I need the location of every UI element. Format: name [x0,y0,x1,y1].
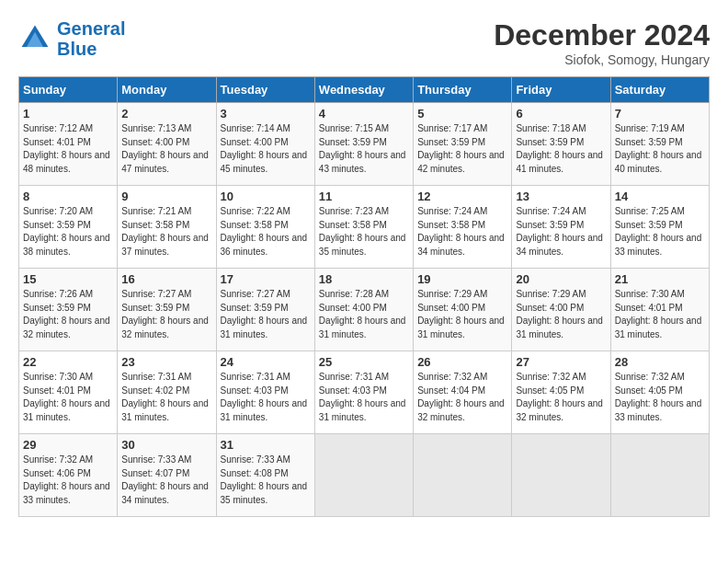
title-block: December 2024 Siofok, Somogy, Hungary [494,18,710,67]
weekday-header-thursday: Thursday [414,77,512,103]
day-number: 10 [221,190,311,203]
calendar-cell: 21Sunrise: 7:30 AMSunset: 4:01 PMDayligh… [610,269,709,351]
calendar-cell: 29Sunrise: 7:32 AMSunset: 4:06 PMDayligh… [19,434,118,517]
day-number: 15 [23,272,113,286]
day-number: 23 [121,355,211,369]
day-info: Sunrise: 7:24 AMSunset: 3:59 PMDaylight:… [516,205,606,259]
weekday-header-row: SundayMondayTuesdayWednesdayThursdayFrid… [19,77,710,103]
calendar-cell: 12Sunrise: 7:24 AMSunset: 3:58 PMDayligh… [414,186,512,269]
page-header: General Blue December 2024 Siofok, Somog… [18,18,710,67]
day-info: Sunrise: 7:13 AMSunset: 4:00 PMDaylight:… [121,122,211,176]
weekday-header-tuesday: Tuesday [216,77,314,103]
calendar-cell: 10Sunrise: 7:22 AMSunset: 3:58 PMDayligh… [216,186,314,269]
location-subtitle: Siofok, Somogy, Hungary [494,52,710,67]
day-info: Sunrise: 7:31 AMSunset: 4:03 PMDaylight:… [319,371,409,424]
logo: General Blue [18,18,125,59]
calendar-cell: 8Sunrise: 7:20 AMSunset: 3:59 PMDaylight… [19,186,118,269]
calendar-cell: 24Sunrise: 7:31 AMSunset: 4:03 PMDayligh… [216,351,314,434]
month-title: December 2024 [494,18,710,52]
calendar-cell: 5Sunrise: 7:17 AMSunset: 3:59 PMDaylight… [414,103,512,186]
day-number: 4 [319,107,409,121]
logo-icon [18,22,51,55]
day-number: 30 [121,438,211,452]
day-info: Sunrise: 7:17 AMSunset: 3:59 PMDaylight:… [417,122,507,176]
day-info: Sunrise: 7:12 AMSunset: 4:01 PMDaylight:… [23,122,113,176]
day-number: 3 [221,107,311,121]
day-number: 16 [121,272,211,286]
calendar-cell: 15Sunrise: 7:26 AMSunset: 3:59 PMDayligh… [19,269,118,351]
weekday-header-saturday: Saturday [610,77,709,103]
calendar-cell: 23Sunrise: 7:31 AMSunset: 4:02 PMDayligh… [118,351,216,434]
calendar-cell: 20Sunrise: 7:29 AMSunset: 4:00 PMDayligh… [512,269,610,351]
day-info: Sunrise: 7:33 AMSunset: 4:07 PMDaylight:… [121,454,211,507]
calendar-cell [610,434,709,517]
day-info: Sunrise: 7:29 AMSunset: 4:00 PMDaylight:… [516,288,606,341]
calendar-cell: 25Sunrise: 7:31 AMSunset: 4:03 PMDayligh… [314,351,413,434]
calendar-cell: 17Sunrise: 7:27 AMSunset: 3:59 PMDayligh… [216,269,314,351]
calendar-week-1: 1Sunrise: 7:12 AMSunset: 4:01 PMDaylight… [19,103,710,186]
calendar-week-2: 8Sunrise: 7:20 AMSunset: 3:59 PMDaylight… [19,186,710,269]
day-info: Sunrise: 7:30 AMSunset: 4:01 PMDaylight:… [23,371,113,424]
day-info: Sunrise: 7:19 AMSunset: 3:59 PMDaylight:… [615,122,705,176]
logo-line2: Blue [57,39,97,59]
day-number: 11 [319,190,409,203]
calendar-cell: 1Sunrise: 7:12 AMSunset: 4:01 PMDaylight… [19,103,118,186]
calendar-cell: 14Sunrise: 7:25 AMSunset: 3:59 PMDayligh… [610,186,709,269]
calendar-cell: 31Sunrise: 7:33 AMSunset: 4:08 PMDayligh… [216,434,314,517]
day-info: Sunrise: 7:23 AMSunset: 3:58 PMDaylight:… [319,205,409,259]
day-number: 7 [615,107,705,121]
day-info: Sunrise: 7:27 AMSunset: 3:59 PMDaylight:… [221,288,311,341]
day-number: 28 [615,355,705,369]
day-number: 31 [221,438,311,452]
day-number: 13 [516,190,606,203]
day-number: 9 [121,190,211,203]
day-number: 19 [417,272,507,286]
calendar-cell: 11Sunrise: 7:23 AMSunset: 3:58 PMDayligh… [314,186,413,269]
day-number: 17 [221,272,311,286]
day-number: 5 [417,107,507,121]
day-info: Sunrise: 7:24 AMSunset: 3:58 PMDaylight:… [417,205,507,259]
day-info: Sunrise: 7:26 AMSunset: 3:59 PMDaylight:… [23,288,113,341]
calendar-cell: 28Sunrise: 7:32 AMSunset: 4:05 PMDayligh… [610,351,709,434]
day-number: 26 [417,355,507,369]
calendar-week-3: 15Sunrise: 7:26 AMSunset: 3:59 PMDayligh… [19,269,710,351]
day-info: Sunrise: 7:14 AMSunset: 4:00 PMDaylight:… [221,122,311,176]
day-info: Sunrise: 7:15 AMSunset: 3:59 PMDaylight:… [319,122,409,176]
calendar-cell: 9Sunrise: 7:21 AMSunset: 3:58 PMDaylight… [118,186,216,269]
day-info: Sunrise: 7:32 AMSunset: 4:05 PMDaylight:… [516,371,606,424]
day-info: Sunrise: 7:32 AMSunset: 4:05 PMDaylight:… [615,371,705,424]
calendar-cell [512,434,610,517]
calendar-table: SundayMondayTuesdayWednesdayThursdayFrid… [18,76,710,517]
day-number: 18 [319,272,409,286]
calendar-cell: 27Sunrise: 7:32 AMSunset: 4:05 PMDayligh… [512,351,610,434]
day-info: Sunrise: 7:31 AMSunset: 4:03 PMDaylight:… [221,371,311,424]
day-number: 22 [23,355,113,369]
calendar-cell: 19Sunrise: 7:29 AMSunset: 4:00 PMDayligh… [414,269,512,351]
day-number: 20 [516,272,606,286]
day-number: 14 [615,190,705,203]
day-number: 21 [615,272,705,286]
logo-text: General Blue [57,18,125,59]
weekday-header-monday: Monday [118,77,216,103]
calendar-cell [314,434,413,517]
day-info: Sunrise: 7:33 AMSunset: 4:08 PMDaylight:… [221,454,311,507]
calendar-cell: 22Sunrise: 7:30 AMSunset: 4:01 PMDayligh… [19,351,118,434]
day-number: 29 [23,438,113,452]
day-number: 1 [23,107,113,121]
day-number: 12 [417,190,507,203]
day-info: Sunrise: 7:30 AMSunset: 4:01 PMDaylight:… [615,288,705,341]
day-info: Sunrise: 7:29 AMSunset: 4:00 PMDaylight:… [417,288,507,341]
calendar-cell: 18Sunrise: 7:28 AMSunset: 4:00 PMDayligh… [314,269,413,351]
calendar-cell: 13Sunrise: 7:24 AMSunset: 3:59 PMDayligh… [512,186,610,269]
calendar-cell: 7Sunrise: 7:19 AMSunset: 3:59 PMDaylight… [610,103,709,186]
day-number: 6 [516,107,606,121]
day-info: Sunrise: 7:31 AMSunset: 4:02 PMDaylight:… [121,371,211,424]
day-info: Sunrise: 7:25 AMSunset: 3:59 PMDaylight:… [615,205,705,259]
day-number: 27 [516,355,606,369]
day-number: 2 [121,107,211,121]
day-info: Sunrise: 7:32 AMSunset: 4:06 PMDaylight:… [23,454,113,507]
day-info: Sunrise: 7:21 AMSunset: 3:58 PMDaylight:… [121,205,211,259]
calendar-cell: 6Sunrise: 7:18 AMSunset: 3:59 PMDaylight… [512,103,610,186]
calendar-cell: 4Sunrise: 7:15 AMSunset: 3:59 PMDaylight… [314,103,413,186]
weekday-header-wednesday: Wednesday [314,77,413,103]
